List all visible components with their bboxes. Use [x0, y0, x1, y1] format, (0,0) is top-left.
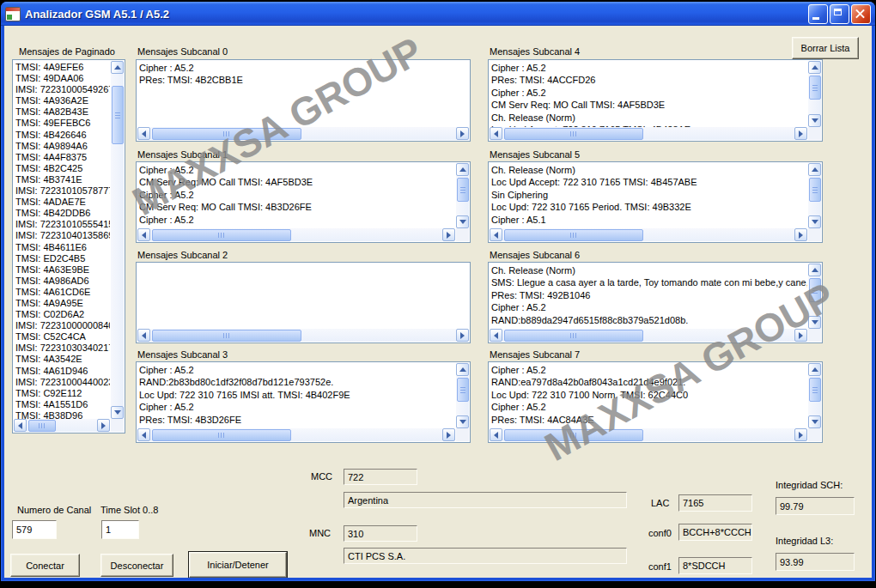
paging-list-item[interactable]: TMSI: 4ADAE7E: [15, 197, 110, 208]
memo-vertical-scrollbar[interactable]: [808, 163, 821, 228]
mnc-operator-input[interactable]: [344, 548, 627, 564]
scroll-down-button[interactable]: [456, 415, 469, 428]
desconectar-button[interactable]: Desconectar: [100, 554, 173, 577]
lac-input[interactable]: [678, 494, 752, 512]
subcanal-memo-7[interactable]: Cipher : A5.2RAND:ea797d8a42b0af8043a1cd…: [488, 361, 823, 443]
scrollbar-thumb[interactable]: [152, 229, 291, 241]
close-button[interactable]: [851, 4, 871, 24]
scrollbar-track[interactable]: [502, 127, 794, 140]
scroll-down-button[interactable]: [808, 215, 821, 228]
scrollbar-track[interactable]: [111, 74, 124, 406]
paging-list-item[interactable]: TMSI: 4A61CD6E: [15, 287, 110, 298]
paging-list-item[interactable]: TMSI: 4B426646: [15, 130, 110, 141]
integridad-sch-input[interactable]: [776, 497, 855, 515]
paging-list-item[interactable]: TMSI: 4B38D96: [15, 410, 110, 419]
paging-list[interactable]: TMSI: 4A9EFE6TMSI: 49DAA06IMSI: 72231000…: [12, 59, 125, 433]
scroll-left-button[interactable]: [137, 329, 150, 342]
scrollbar-thumb[interactable]: [809, 76, 821, 100]
scroll-right-button[interactable]: [442, 228, 455, 241]
scrollbar-track[interactable]: [808, 74, 821, 114]
memo-vertical-scrollbar[interactable]: [808, 61, 821, 127]
paging-list-item[interactable]: TMSI: 4A4F8375: [15, 152, 110, 163]
paging-list-item[interactable]: TMSI: 4A82B43E: [15, 106, 110, 118]
scroll-left-button[interactable]: [137, 228, 150, 241]
memo-vertical-scrollbar[interactable]: [808, 363, 821, 428]
paging-list-item[interactable]: TMSI: 4B2C425: [15, 163, 110, 174]
paging-list-item[interactable]: IMSI: 72231030340217: [15, 342, 110, 354]
paging-list-item[interactable]: TMSI: 49DAA06: [15, 73, 110, 84]
scroll-right-button[interactable]: [456, 329, 469, 342]
memo-horizontal-scrollbar[interactable]: [490, 127, 807, 140]
mcc-input[interactable]: [344, 469, 417, 485]
scrollbar-track[interactable]: [808, 376, 821, 415]
paging-list-item[interactable]: TMSI: 4A61D946: [15, 366, 110, 377]
scrollbar-thumb[interactable]: [504, 429, 643, 441]
scrollbar-track[interactable]: [808, 176, 821, 215]
scrollbar-thumb[interactable]: [152, 330, 301, 342]
scroll-up-button[interactable]: [456, 163, 469, 176]
paging-list-item[interactable]: TMSI: C52C4CA: [15, 331, 110, 342]
paging-list-item[interactable]: IMSI: 72231000000840: [15, 320, 110, 331]
conf0-input[interactable]: [678, 524, 752, 541]
scroll-right-button[interactable]: [794, 428, 807, 441]
scrollbar-thumb[interactable]: [457, 378, 469, 402]
conf1-input[interactable]: [678, 557, 752, 574]
paging-vertical-scrollbar[interactable]: [111, 61, 124, 419]
scroll-right-button[interactable]: [794, 329, 807, 342]
scrollbar-track[interactable]: [27, 419, 97, 432]
paging-list-item[interactable]: TMSI: 49EFEBC6: [15, 118, 110, 129]
memo-horizontal-scrollbar[interactable]: [137, 228, 455, 241]
titlebar[interactable]: Analizador GSM A5.1 / A5.2: [1, 2, 875, 26]
paging-list-item[interactable]: IMSI: 72231040135869: [15, 230, 110, 241]
memo-vertical-scrollbar[interactable]: [456, 363, 469, 428]
scrollbar-track[interactable]: [502, 228, 794, 241]
scroll-down-button[interactable]: [111, 406, 124, 419]
subcanal-memo-6[interactable]: Ch. Release (Norm)SMS: Llegue a casa aye…: [488, 262, 823, 343]
timeslot-input[interactable]: [101, 520, 139, 539]
memo-horizontal-scrollbar[interactable]: [137, 428, 455, 441]
paging-list-item[interactable]: TMSI: C92E112: [15, 388, 110, 399]
scroll-up-button[interactable]: [808, 363, 821, 376]
scrollbar-track[interactable]: [150, 228, 442, 241]
memo-horizontal-scrollbar[interactable]: [137, 127, 469, 140]
scrollbar-thumb[interactable]: [504, 128, 643, 140]
scroll-down-button[interactable]: [808, 415, 821, 428]
scrollbar-track[interactable]: [150, 127, 456, 140]
memo-horizontal-scrollbar[interactable]: [490, 329, 807, 342]
scrollbar-thumb[interactable]: [28, 420, 56, 432]
paging-list-item[interactable]: TMSI: 4A1551D6: [15, 399, 110, 410]
conectar-button[interactable]: Conectar: [10, 554, 80, 577]
memo-horizontal-scrollbar[interactable]: [137, 329, 469, 342]
memo-vertical-scrollbar[interactable]: [808, 264, 821, 329]
scrollbar-thumb[interactable]: [152, 429, 291, 441]
scrollbar-track[interactable]: [502, 329, 794, 342]
scrollbar-track[interactable]: [456, 176, 469, 215]
scroll-left-button[interactable]: [490, 228, 502, 241]
scroll-up-button[interactable]: [808, 264, 821, 276]
memo-horizontal-scrollbar[interactable]: [490, 228, 807, 241]
scrollbar-thumb[interactable]: [809, 278, 821, 302]
mcc-country-input[interactable]: [344, 492, 627, 508]
paging-list-item[interactable]: TMSI: 4A9EFE6: [15, 62, 110, 73]
paging-list-item[interactable]: TMSI: 4A9894A6: [15, 141, 110, 152]
scroll-up-button[interactable]: [808, 61, 821, 74]
scroll-down-button[interactable]: [808, 316, 821, 329]
mnc-input[interactable]: [344, 525, 417, 542]
scrollbar-thumb[interactable]: [112, 86, 124, 144]
scrollbar-thumb[interactable]: [809, 378, 821, 402]
scroll-left-button[interactable]: [137, 428, 150, 441]
subcanal-memo-2[interactable]: [136, 262, 471, 343]
scroll-left-button[interactable]: [490, 127, 502, 140]
paging-list-item[interactable]: TMSI: 4A9A95E: [15, 298, 110, 309]
scrollbar-thumb[interactable]: [809, 178, 821, 202]
memo-vertical-scrollbar[interactable]: [456, 163, 469, 228]
scroll-right-button[interactable]: [456, 127, 469, 140]
maximize-button[interactable]: [830, 4, 849, 24]
scroll-right-button[interactable]: [794, 127, 807, 140]
scroll-down-button[interactable]: [456, 215, 469, 228]
iniciar-detener-button[interactable]: Iniciar/Detener: [189, 552, 287, 578]
scrollbar-track[interactable]: [502, 428, 794, 441]
canal-input[interactable]: [12, 520, 57, 539]
scrollbar-track[interactable]: [808, 276, 821, 316]
scroll-left-button[interactable]: [137, 127, 150, 140]
